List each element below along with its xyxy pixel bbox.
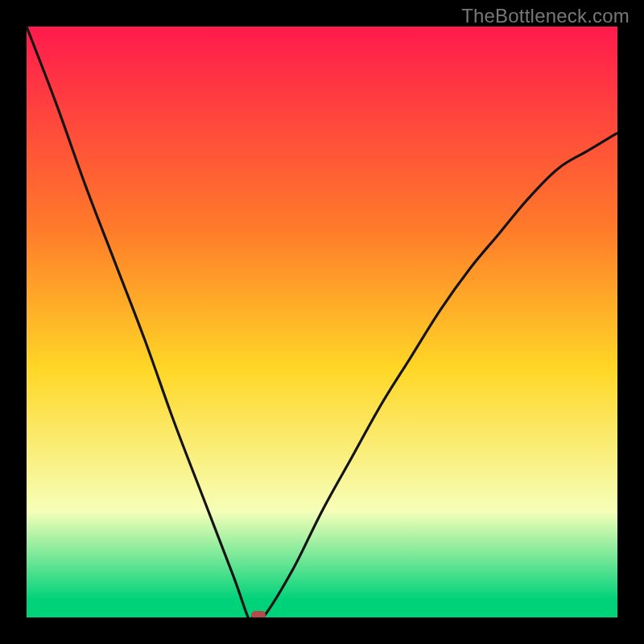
plot-area — [27, 27, 617, 617]
minimum-marker — [251, 611, 266, 617]
bottleneck-curve — [27, 27, 617, 617]
watermark-text: TheBottleneck.com — [461, 5, 630, 27]
chart-frame: TheBottleneck.com — [0, 0, 644, 644]
